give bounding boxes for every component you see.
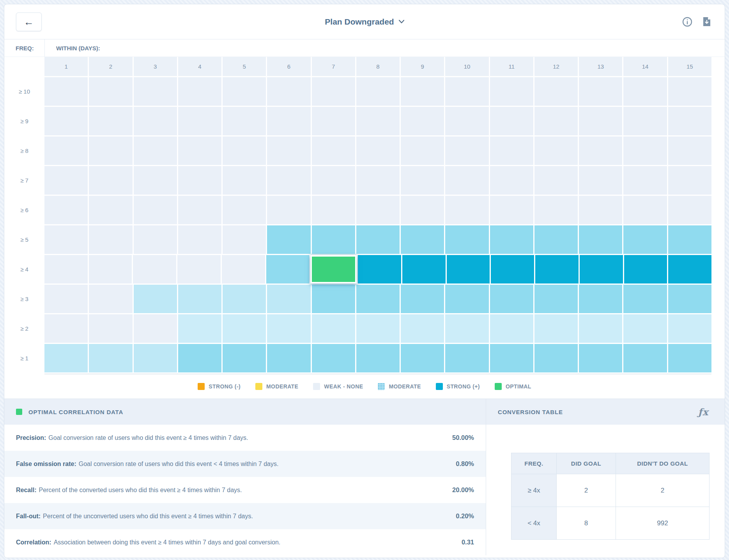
heatmap-cell[interactable] bbox=[668, 255, 711, 284]
heatmap-cell[interactable] bbox=[44, 107, 88, 135]
heatmap-cell[interactable] bbox=[267, 77, 310, 106]
heatmap-cell[interactable] bbox=[312, 107, 355, 135]
heatmap-cell[interactable] bbox=[579, 166, 622, 195]
heatmap-cell[interactable] bbox=[134, 107, 177, 135]
heatmap-cell[interactable] bbox=[445, 107, 488, 135]
heatmap-cell[interactable] bbox=[623, 225, 667, 254]
heatmap-cell[interactable] bbox=[445, 285, 488, 313]
heatmap-cell[interactable] bbox=[312, 344, 355, 372]
heatmap-cell[interactable] bbox=[134, 166, 177, 195]
heatmap-cell[interactable] bbox=[223, 344, 266, 372]
heatmap-cell[interactable] bbox=[535, 255, 579, 284]
heatmap-cell[interactable] bbox=[534, 166, 578, 195]
heatmap-cell[interactable] bbox=[534, 136, 578, 165]
heatmap-cell[interactable] bbox=[579, 225, 622, 254]
heatmap-cell[interactable] bbox=[401, 314, 444, 343]
heatmap-cell[interactable] bbox=[579, 196, 622, 224]
heatmap-cell[interactable] bbox=[356, 77, 400, 106]
heatmap-cell[interactable] bbox=[668, 196, 711, 224]
heatmap-cell[interactable] bbox=[401, 196, 444, 224]
heatmap-cell[interactable] bbox=[178, 136, 221, 165]
heatmap-cell[interactable] bbox=[534, 344, 578, 372]
heatmap-cell[interactable] bbox=[312, 285, 355, 313]
heatmap-cell[interactable] bbox=[178, 314, 221, 343]
heatmap-cell[interactable] bbox=[356, 285, 400, 313]
heatmap-cell[interactable] bbox=[445, 225, 488, 254]
heatmap-cell[interactable] bbox=[89, 225, 132, 254]
heatmap-cell[interactable] bbox=[579, 344, 622, 372]
heatmap-cell[interactable] bbox=[89, 314, 132, 343]
heatmap-cell[interactable] bbox=[579, 285, 622, 313]
heatmap-cell[interactable] bbox=[491, 255, 534, 284]
heatmap-cell[interactable] bbox=[223, 314, 266, 343]
heatmap-cell[interactable] bbox=[44, 314, 88, 343]
heatmap-cell[interactable] bbox=[178, 77, 221, 106]
heatmap-cell[interactable] bbox=[223, 285, 266, 313]
heatmap-cell[interactable] bbox=[668, 344, 711, 372]
heatmap-cell[interactable] bbox=[44, 344, 88, 372]
heatmap-cell[interactable] bbox=[623, 166, 667, 195]
heatmap-cell[interactable] bbox=[579, 314, 622, 343]
heatmap-cell[interactable] bbox=[89, 77, 132, 106]
heatmap-cell[interactable] bbox=[267, 314, 310, 343]
heatmap-cell[interactable] bbox=[534, 285, 578, 313]
heatmap-cell[interactable] bbox=[668, 225, 711, 254]
heatmap-cell[interactable] bbox=[356, 166, 400, 195]
heatmap-cell[interactable] bbox=[402, 255, 446, 284]
heatmap-cell[interactable] bbox=[267, 344, 310, 372]
heatmap-cell[interactable] bbox=[356, 136, 400, 165]
heatmap-cell[interactable] bbox=[223, 166, 266, 195]
heatmap-cell[interactable] bbox=[312, 136, 355, 165]
heatmap-cell[interactable] bbox=[134, 285, 177, 313]
heatmap-cell[interactable] bbox=[44, 255, 88, 284]
heatmap-cell[interactable] bbox=[490, 77, 533, 106]
heatmap-cell[interactable] bbox=[267, 166, 310, 195]
heatmap-cell[interactable] bbox=[89, 166, 132, 195]
heatmap-cell[interactable] bbox=[89, 344, 132, 372]
heatmap-cell[interactable] bbox=[356, 344, 400, 372]
heatmap-cell[interactable] bbox=[178, 107, 221, 135]
heatmap-cell[interactable] bbox=[134, 344, 177, 372]
heatmap-cell[interactable] bbox=[623, 196, 667, 224]
heatmap-cell[interactable] bbox=[579, 136, 622, 165]
heatmap-cell[interactable] bbox=[44, 225, 88, 254]
heatmap-cell[interactable] bbox=[134, 225, 177, 254]
heatmap-cell[interactable] bbox=[445, 196, 488, 224]
heatmap-cell[interactable] bbox=[356, 196, 400, 224]
heatmap-cell[interactable] bbox=[445, 314, 488, 343]
heatmap-cell[interactable] bbox=[623, 344, 667, 372]
heatmap-cell[interactable] bbox=[356, 314, 400, 343]
heatmap-cell[interactable] bbox=[534, 196, 578, 224]
heatmap-cell[interactable] bbox=[89, 107, 132, 135]
heatmap-cell[interactable] bbox=[134, 77, 177, 106]
heatmap-cell[interactable] bbox=[178, 225, 221, 254]
heatmap-cell[interactable] bbox=[623, 107, 667, 135]
heatmap-cell[interactable] bbox=[177, 255, 221, 284]
heatmap-cell[interactable] bbox=[312, 166, 355, 195]
heatmap-cell[interactable] bbox=[490, 344, 533, 372]
info-button[interactable] bbox=[682, 16, 693, 27]
heatmap-cell[interactable] bbox=[178, 285, 221, 313]
heatmap-cell[interactable] bbox=[267, 136, 310, 165]
optimal-cell[interactable] bbox=[310, 255, 357, 284]
heatmap-cell[interactable] bbox=[134, 196, 177, 224]
heatmap-cell[interactable] bbox=[668, 77, 711, 106]
heatmap-cell[interactable] bbox=[89, 255, 132, 284]
heatmap-cell[interactable] bbox=[222, 255, 265, 284]
heatmap-cell[interactable] bbox=[223, 107, 266, 135]
heatmap-cell[interactable] bbox=[534, 314, 578, 343]
heatmap-cell[interactable] bbox=[401, 285, 444, 313]
heatmap-cell[interactable] bbox=[44, 166, 88, 195]
heatmap-cell[interactable] bbox=[178, 196, 221, 224]
heatmap-cell[interactable] bbox=[89, 196, 132, 224]
heatmap-cell[interactable] bbox=[312, 77, 355, 106]
heatmap-cell[interactable] bbox=[623, 136, 667, 165]
heatmap-cell[interactable] bbox=[445, 136, 488, 165]
heatmap-cell[interactable] bbox=[534, 107, 578, 135]
heatmap-cell[interactable] bbox=[134, 314, 177, 343]
heatmap-cell[interactable] bbox=[623, 314, 667, 343]
heatmap-cell[interactable] bbox=[312, 225, 355, 254]
heatmap-cell[interactable] bbox=[134, 136, 177, 165]
heatmap-cell[interactable] bbox=[447, 255, 490, 284]
download-button[interactable] bbox=[701, 16, 712, 27]
